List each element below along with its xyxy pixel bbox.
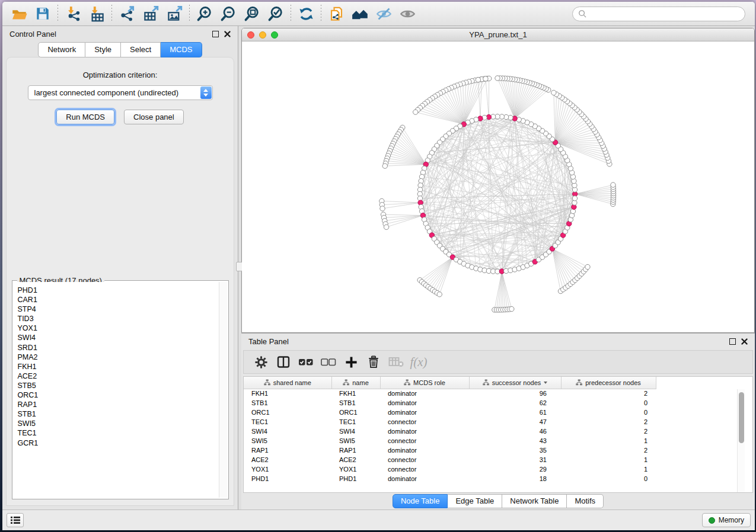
close-panel-icon[interactable] bbox=[224, 31, 231, 37]
export-network-button[interactable] bbox=[115, 3, 139, 24]
table-cell[interactable]: 0 bbox=[561, 474, 656, 483]
leaf-node[interactable] bbox=[483, 76, 488, 81]
table-cell[interactable]: dominator bbox=[380, 398, 469, 408]
show-all-button[interactable] bbox=[395, 3, 419, 24]
zoom-out-button[interactable] bbox=[216, 3, 240, 24]
maximize-window-icon[interactable] bbox=[271, 31, 278, 39]
mcds-node-item[interactable]: FKH1 bbox=[18, 362, 219, 371]
leaf-node[interactable] bbox=[585, 264, 590, 269]
table-row[interactable]: SWI4SWI4dominator462 bbox=[244, 427, 656, 436]
table-cell[interactable]: STB1 bbox=[244, 398, 331, 408]
network-canvas[interactable] bbox=[242, 41, 754, 332]
table-row[interactable]: STB1STB1dominator620 bbox=[244, 398, 656, 408]
table-cell[interactable]: 47 bbox=[469, 417, 561, 427]
table-cell[interactable]: connector bbox=[380, 455, 469, 464]
table-cell[interactable]: TEC1 bbox=[244, 417, 331, 427]
table-row[interactable]: RAP1RAP1dominator352 bbox=[244, 446, 656, 455]
close-panel-button[interactable]: Close panel bbox=[124, 110, 184, 124]
table-cell[interactable]: 1 bbox=[561, 455, 656, 464]
table-cell[interactable]: PHD1 bbox=[331, 474, 380, 483]
table-cell[interactable]: 0 bbox=[561, 398, 656, 408]
table-cell[interactable]: 18 bbox=[469, 474, 561, 483]
close-table-panel-icon[interactable] bbox=[741, 338, 748, 345]
mcds-node-item[interactable]: PHD1 bbox=[18, 286, 219, 295]
table-cell[interactable]: 61 bbox=[469, 408, 561, 417]
table-cell[interactable]: ACE2 bbox=[244, 455, 331, 464]
tab-node-table[interactable]: Node Table bbox=[393, 494, 448, 508]
mcds-node-item[interactable]: RAP1 bbox=[18, 400, 219, 409]
leaf-node[interactable] bbox=[380, 206, 385, 211]
table-cell[interactable]: TEC1 bbox=[331, 417, 380, 427]
tab-motifs[interactable]: Motifs bbox=[567, 494, 604, 508]
table-cell[interactable]: 29 bbox=[469, 464, 561, 474]
table-cell[interactable]: dominator bbox=[380, 446, 469, 455]
table-cell[interactable]: 1 bbox=[561, 436, 656, 446]
table-cell[interactable]: 96 bbox=[469, 389, 561, 398]
leaf-node[interactable] bbox=[495, 76, 500, 81]
table-cell[interactable]: 43 bbox=[469, 436, 561, 446]
tab-mcds[interactable]: MCDS bbox=[161, 42, 202, 57]
clone-network-button[interactable] bbox=[324, 3, 348, 24]
leaf-node[interactable] bbox=[611, 182, 615, 187]
mcds-node-item[interactable]: STB5 bbox=[18, 381, 219, 390]
column-header-shared-name[interactable]: shared name bbox=[244, 377, 331, 389]
table-row[interactable]: PHD1PHD1dominator180 bbox=[244, 474, 656, 483]
mcds-node-item[interactable]: YOX1 bbox=[18, 323, 219, 333]
table-cell[interactable]: connector bbox=[380, 417, 469, 427]
leaf-node[interactable] bbox=[509, 306, 514, 311]
table-cell[interactable]: FKH1 bbox=[331, 389, 380, 398]
column-header-successor-nodes[interactable]: successor nodes bbox=[469, 377, 561, 389]
import-network-button[interactable] bbox=[61, 3, 85, 24]
show-columns-button[interactable] bbox=[272, 352, 295, 372]
ring-node[interactable] bbox=[572, 196, 577, 201]
panel-splitter[interactable] bbox=[238, 26, 241, 509]
column-header-name[interactable]: name bbox=[331, 377, 380, 389]
add-row-button[interactable] bbox=[340, 352, 362, 372]
table-scrollbar-thumb[interactable] bbox=[739, 392, 744, 443]
table-cell[interactable]: ORC1 bbox=[244, 408, 331, 417]
memory-button[interactable]: Memory bbox=[702, 513, 751, 527]
table-row[interactable]: TEC1TEC1connector472 bbox=[244, 417, 656, 427]
table-cell[interactable]: 1 bbox=[561, 464, 656, 474]
table-cell[interactable]: RAP1 bbox=[331, 446, 380, 455]
mcds-node-item[interactable]: CAR1 bbox=[18, 295, 219, 305]
zoom-selected-button[interactable] bbox=[264, 3, 288, 24]
tab-edge-table[interactable]: Edge Table bbox=[448, 494, 502, 508]
tab-select[interactable]: Select bbox=[121, 42, 161, 57]
table-row[interactable]: ORC1ORC1dominator610 bbox=[244, 408, 656, 417]
table-cell[interactable]: 2 bbox=[561, 446, 656, 455]
export-image-button[interactable] bbox=[162, 3, 186, 24]
leaf-node[interactable] bbox=[437, 292, 442, 297]
tab-network[interactable]: Network bbox=[38, 42, 85, 57]
deselect-all-button[interactable] bbox=[317, 352, 340, 372]
float-panel-icon[interactable] bbox=[212, 31, 219, 37]
table-cell[interactable]: STB1 bbox=[331, 398, 380, 408]
export-table-button[interactable] bbox=[139, 3, 162, 24]
mcds-node-item[interactable]: STB1 bbox=[18, 409, 219, 419]
mcds-node-item[interactable]: SWI5 bbox=[18, 419, 219, 428]
table-cell[interactable]: 2 bbox=[561, 427, 656, 436]
mcds-node-item[interactable]: STP4 bbox=[18, 305, 219, 314]
table-row[interactable]: YOX1YOX1connector291 bbox=[244, 464, 656, 474]
open-file-button[interactable] bbox=[7, 3, 31, 24]
table-cell[interactable]: PHD1 bbox=[244, 474, 331, 483]
table-cell[interactable]: 62 bbox=[469, 398, 561, 408]
network-window-titlebar[interactable]: YPA_prune.txt_1 bbox=[242, 28, 754, 41]
table-cell[interactable]: 2 bbox=[561, 389, 656, 398]
refresh-view-button[interactable] bbox=[294, 3, 318, 24]
table-cell[interactable]: dominator bbox=[380, 389, 469, 398]
table-cell[interactable]: dominator bbox=[380, 408, 469, 417]
table-cell[interactable]: FKH1 bbox=[244, 389, 331, 398]
first-neighbors-button[interactable] bbox=[348, 3, 372, 24]
column-header-predecessor-nodes[interactable]: predecessor nodes bbox=[561, 377, 656, 389]
table-cell[interactable]: 2 bbox=[561, 417, 656, 427]
table-cell[interactable]: RAP1 bbox=[244, 446, 331, 455]
mcds-result-list[interactable]: PHD1CAR1STP4TID3YOX1SWI4SRD1PMA2FKH1ACE2… bbox=[14, 282, 219, 498]
table-cell[interactable]: dominator bbox=[380, 474, 469, 483]
search-input[interactable] bbox=[591, 9, 739, 18]
mcds-node-item[interactable]: PMA2 bbox=[18, 352, 219, 362]
table-scrollbar[interactable] bbox=[737, 389, 745, 492]
close-window-icon[interactable] bbox=[247, 31, 254, 39]
table-cell[interactable]: YOX1 bbox=[331, 464, 380, 474]
hide-selected-button[interactable] bbox=[372, 3, 395, 24]
